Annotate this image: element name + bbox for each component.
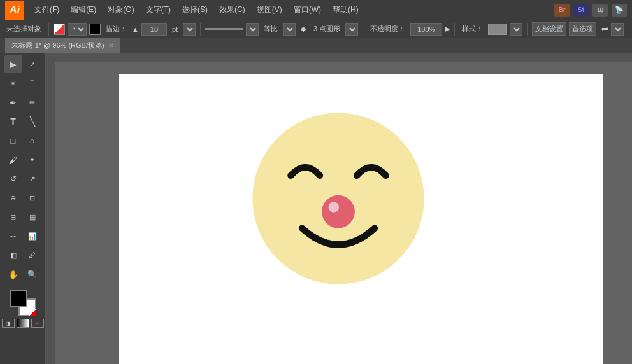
color-mode-row: ◨ ✕	[2, 319, 44, 328]
bridge-icon[interactable]: Br	[554, 4, 570, 17]
select-tool[interactable]: ▶	[4, 55, 22, 73]
pencil-tool[interactable]: ✏	[24, 94, 41, 111]
stroke-label: 描边：	[103, 23, 129, 35]
stroke-unit-select[interactable]: ▼	[183, 23, 196, 36]
stock-icon[interactable]: St	[573, 4, 589, 17]
ellipse-tool[interactable]: ○	[24, 132, 41, 150]
lasso-tool[interactable]: ⌒	[24, 74, 41, 92]
none-mode-icon[interactable]: ✕	[31, 319, 44, 328]
broadcast-icon[interactable]: 📡	[612, 4, 627, 17]
blob-brush-tool[interactable]: ✦	[24, 151, 41, 169]
divider-1	[48, 23, 49, 36]
doc-setup-button[interactable]: 文档设置	[532, 22, 566, 36]
divider-4	[454, 23, 455, 36]
opacity-value[interactable]	[410, 23, 442, 36]
menu-view[interactable]: 视图(V)	[252, 3, 287, 17]
foreground-color-swatch[interactable]	[10, 290, 27, 307]
main-area: ▶ ↗ ✴ ⌒ ✒ ✏ T ╲ □ ○ 🖌 ✦ ↺ ↗ ⊕ ⊡	[0, 53, 632, 364]
tool-row-7: ↺ ↗	[4, 170, 41, 188]
stroke-preview	[205, 28, 243, 30]
menu-edit[interactable]: 编辑(E)	[66, 3, 101, 17]
fill-select[interactable]: ▼	[68, 23, 87, 36]
text-tool[interactable]: T	[4, 113, 22, 130]
rect-tool[interactable]: □	[4, 132, 22, 150]
menu-effect[interactable]: 效果(C)	[214, 3, 250, 17]
stroke-unit: pt	[169, 24, 180, 34]
points-prefix: ◆	[298, 25, 308, 33]
arrange-select[interactable]: ▼	[611, 23, 624, 36]
prefs-button[interactable]: 首选项	[569, 22, 596, 36]
fill-color[interactable]	[54, 24, 65, 35]
right-icons: Br St ⊞ 📡	[554, 4, 627, 17]
warp-tool[interactable]: ⊕	[4, 189, 22, 207]
rotate-tool[interactable]: ↺	[4, 170, 22, 188]
opacity-expand[interactable]: ▶	[445, 25, 450, 33]
ai-logo: Ai	[5, 1, 24, 20]
left-toolbar: ▶ ↗ ✴ ⌒ ✒ ✏ T ╲ □ ○ 🖌 ✦ ↺ ↗ ⊕ ⊡	[0, 53, 46, 364]
color-mode-icon[interactable]: ◨	[2, 319, 15, 328]
style-select[interactable]: ▼	[510, 23, 522, 36]
tool-row-10: ⊹ 📊	[4, 227, 41, 245]
tool-row-12: ✋ 🔍	[4, 265, 41, 283]
smiley-illustration	[246, 106, 431, 291]
menu-help[interactable]: 帮助(H)	[327, 3, 364, 17]
svg-point-2	[328, 202, 339, 213]
divider-5	[527, 23, 528, 36]
style-preview[interactable]	[488, 24, 507, 35]
color-swatches: ◨ ✕	[2, 290, 44, 333]
stroke-style-select[interactable]: ▼	[246, 23, 259, 36]
divider-3	[363, 23, 363, 36]
menu-text[interactable]: 文字(T)	[141, 3, 176, 17]
paintbrush-tool[interactable]: 🖌	[4, 151, 22, 169]
pen-tool[interactable]: ✒	[4, 94, 22, 111]
points-select[interactable]: ▼	[345, 23, 358, 36]
menu-select[interactable]: 选择(S)	[177, 3, 213, 17]
swatch-stack	[10, 290, 36, 316]
default-colors-icon[interactable]	[29, 309, 36, 316]
mesh-tool[interactable]: ⊹	[4, 227, 22, 245]
tool-row-11: ◧ 🖊	[4, 246, 41, 264]
menu-window[interactable]: 窗口(W)	[289, 3, 326, 17]
tab-label: 未标题-1* @ 96% (RGB/预览)	[11, 41, 104, 50]
tool-row-3: ✒ ✏	[4, 94, 41, 111]
grid-icon[interactable]: ⊞	[592, 4, 608, 17]
canvas-paper	[118, 74, 603, 364]
opacity-label: 不透明度：	[368, 23, 408, 35]
tab-close-icon[interactable]: ✕	[108, 42, 113, 49]
stroke-value[interactable]	[141, 23, 167, 36]
stroke-up-arrow[interactable]: ▲	[132, 25, 139, 33]
arrange-icon[interactable]: ⇌	[601, 24, 608, 34]
eyedropper-tool[interactable]: 🖊	[24, 246, 41, 264]
title-bar: Ai 文件(F) 编辑(E) 对象(O) 文字(T) 选择(S) 效果(C) 视…	[0, 0, 632, 20]
scale-tool[interactable]: ↗	[24, 170, 41, 188]
tool-row-4: T ╲	[4, 113, 41, 130]
document-tab[interactable]: 未标题-1* @ 96% (RGB/预览) ✕	[5, 38, 120, 53]
tool-row-6: 🖌 ✦	[4, 151, 41, 169]
gradient-tool[interactable]: ◧	[4, 246, 22, 264]
no-selection-label: 未选择对象	[4, 23, 44, 35]
control-toolbar: 未选择对象 ▼ 描边： ▲ pt ▼ ▼ 等比 ▼ ◆ 3 点圆形 ▼ 不透明度…	[0, 20, 632, 38]
canvas-area[interactable]	[55, 62, 632, 364]
ratio-label: 等比	[261, 23, 280, 35]
style-label: 样式：	[459, 23, 485, 35]
stroke-color[interactable]	[89, 24, 101, 35]
chart-tool[interactable]: 📊	[24, 227, 41, 245]
free-transform-tool[interactable]: ⊡	[24, 189, 41, 207]
menu-file[interactable]: 文件(F)	[29, 3, 64, 17]
symbol-tool[interactable]: ⊞	[4, 208, 22, 226]
direct-select-tool[interactable]: ↗	[24, 55, 41, 73]
divider-2	[200, 23, 201, 36]
hand-tool[interactable]: ✋	[4, 265, 22, 283]
ratio-select[interactable]: ▼	[283, 23, 296, 36]
tabs-row: 未标题-1* @ 96% (RGB/预览) ✕	[0, 38, 632, 53]
column-chart-tool[interactable]: ▦	[24, 208, 41, 226]
zoom-tool[interactable]: 🔍	[24, 265, 41, 283]
points-label: 3 点圆形	[311, 23, 343, 35]
gradient-mode-icon[interactable]	[17, 319, 29, 328]
line-tool[interactable]: ╲	[24, 113, 41, 130]
tool-row-9: ⊞ ▦	[4, 208, 41, 226]
tool-row-5: □ ○	[4, 132, 41, 150]
magic-wand-tool[interactable]: ✴	[4, 74, 22, 92]
tool-row-1: ▶ ↗	[4, 55, 41, 73]
menu-object[interactable]: 对象(O)	[103, 3, 139, 17]
